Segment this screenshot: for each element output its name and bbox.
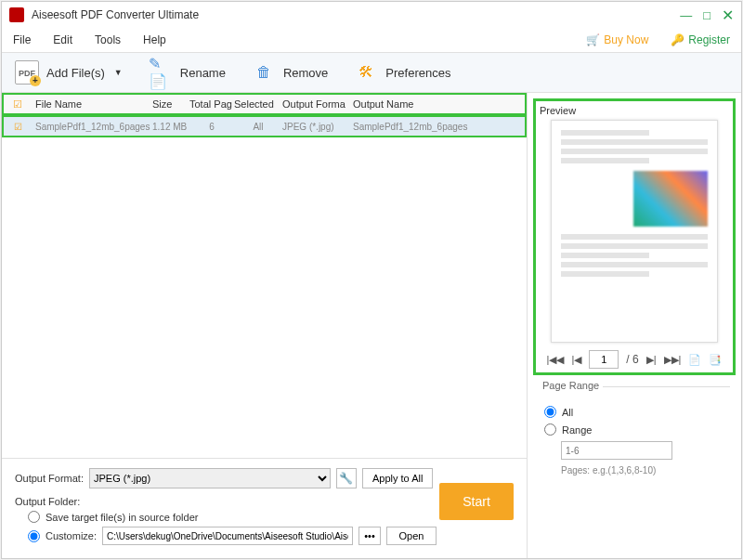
col-size[interactable]: Size <box>152 98 189 110</box>
customize-label: Customize: <box>46 530 97 541</box>
range-custom-radio[interactable] <box>544 423 556 436</box>
table-header: ☑ File Name Size Total Pag Selected Outp… <box>2 93 527 115</box>
preferences-icon: 🛠 <box>354 60 378 85</box>
wrench-icon: 🔧 <box>339 472 353 485</box>
output-panel: Output Format: JPEG (*.jpg) 🔧 Apply to A… <box>2 458 527 558</box>
menu-file[interactable]: File <box>13 33 31 46</box>
cell-size: 1.12 MB <box>152 122 189 132</box>
pdf-add-icon: PDF <box>15 60 39 85</box>
range-hint: Pages: e.g.(1,3,6,8-10) <box>561 465 730 475</box>
col-outname[interactable]: Output Name <box>353 98 525 110</box>
prev-page-button[interactable]: |◀ <box>571 354 581 366</box>
table-row[interactable]: ☑ SamplePdf1_12mb_6pages 1.12 MB 6 All J… <box>2 115 527 137</box>
titlebar: Aiseesoft PDF Converter Ultimate — □ ✕ <box>2 2 741 28</box>
row-checkbox[interactable]: ☑ <box>14 122 22 132</box>
page-range-label: Page Range <box>539 380 603 391</box>
cart-icon: 🛒 <box>586 33 600 46</box>
page-view-icon[interactable]: 📄 <box>688 354 701 366</box>
save-source-label: Save target file(s) in source folder <box>46 512 198 523</box>
add-files-button[interactable]: PDF Add File(s)▼ <box>15 60 123 85</box>
customize-radio[interactable] <box>28 530 40 542</box>
output-format-select[interactable]: JPEG (*.jpg) <box>89 468 331 488</box>
key-icon: 🔑 <box>671 33 684 46</box>
save-source-radio[interactable] <box>28 511 40 523</box>
cell-totalpages: 6 <box>189 122 234 132</box>
menu-edit[interactable]: Edit <box>53 33 72 46</box>
cell-outformat: JPEG (*.jpg) <box>282 122 353 132</box>
remove-button[interactable]: 🗑 Remove <box>252 60 328 85</box>
rename-icon: ✎📄 <box>149 60 173 85</box>
rename-button[interactable]: ✎📄 Rename <box>149 60 226 85</box>
col-outformat[interactable]: Output Forma <box>282 98 353 110</box>
select-all-checkbox[interactable]: ☑ <box>13 98 22 110</box>
preferences-button[interactable]: 🛠 Preferences <box>354 60 450 85</box>
page-input[interactable] <box>589 350 619 369</box>
col-filename[interactable]: File Name <box>32 98 152 110</box>
chevron-down-icon: ▼ <box>114 68 123 77</box>
empty-area <box>2 137 527 458</box>
cell-filename: SamplePdf1_12mb_6pages <box>32 122 152 132</box>
last-page-button[interactable]: ▶▶| <box>664 354 682 366</box>
next-page-button[interactable]: ▶| <box>646 354 657 366</box>
menu-help[interactable]: Help <box>143 33 166 46</box>
format-settings-button[interactable]: 🔧 <box>336 468 357 488</box>
right-panel: Preview |◀◀ |◀ / 6 ▶| ▶▶| 📄 📑 Page Range… <box>528 93 741 558</box>
register-link[interactable]: 🔑Register <box>671 33 730 46</box>
preview-thumbnail <box>551 120 718 343</box>
remove-icon: 🗑 <box>252 60 276 85</box>
browse-button[interactable]: ••• <box>358 527 381 545</box>
app-window: Aiseesoft PDF Converter Ultimate — □ ✕ F… <box>1 1 742 559</box>
col-totalpages[interactable]: Total Pag <box>189 98 234 110</box>
preview-image-icon <box>633 171 708 227</box>
cell-outname: SamplePdf1_12mb_6pages <box>353 122 525 132</box>
apply-to-all-button[interactable]: Apply to All <box>362 468 433 488</box>
range-all-radio[interactable] <box>544 406 556 418</box>
range-all-label: All <box>562 407 573 418</box>
range-custom-label: Range <box>562 424 592 436</box>
minimize-button[interactable]: — <box>680 8 692 22</box>
menubar: File Edit Tools Help 🛒Buy Now 🔑Register <box>2 28 741 52</box>
range-input[interactable] <box>561 441 672 460</box>
preview-panel: Preview |◀◀ |◀ / 6 ▶| ▶▶| 📄 📑 <box>533 98 736 375</box>
cell-selected: All <box>234 122 282 132</box>
maximize-button[interactable]: □ <box>703 8 710 22</box>
toolbar: PDF Add File(s)▼ ✎📄 Rename 🗑 Remove 🛠 Pr… <box>2 52 741 93</box>
page-range-panel: Page Range All Range Pages: e.g.(1,3,6,8… <box>528 381 741 481</box>
custom-path-input[interactable] <box>102 527 353 545</box>
output-format-label: Output Format: <box>15 473 84 484</box>
app-logo-icon <box>9 7 24 22</box>
page-add-icon[interactable]: 📑 <box>709 354 722 366</box>
page-total: / 6 <box>626 353 638 366</box>
col-selected[interactable]: Selected <box>234 98 282 110</box>
buy-now-link[interactable]: 🛒Buy Now <box>586 33 648 46</box>
close-button[interactable]: ✕ <box>722 7 734 24</box>
file-list-panel: ☑ File Name Size Total Pag Selected Outp… <box>2 93 528 558</box>
menu-tools[interactable]: Tools <box>95 33 121 46</box>
open-folder-button[interactable]: Open <box>386 527 437 545</box>
preview-nav: |◀◀ |◀ / 6 ▶| ▶▶| 📄 📑 <box>540 350 729 369</box>
window-title: Aiseesoft PDF Converter Ultimate <box>32 8 680 21</box>
preview-label: Preview <box>540 105 729 116</box>
start-button[interactable]: Start <box>439 483 514 520</box>
first-page-button[interactable]: |◀◀ <box>547 354 565 366</box>
